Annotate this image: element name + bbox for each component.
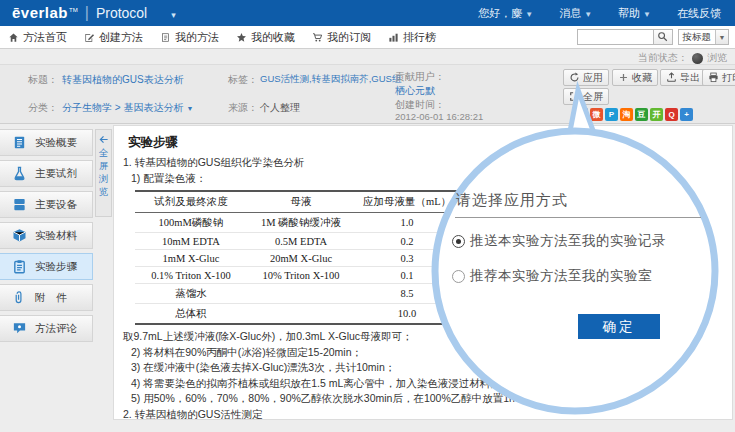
protocol-title-link[interactable]: 转基因植物的GUS表达分析 (62, 73, 184, 87)
sidebar-item-label: 附 件 (35, 291, 67, 305)
apply-button[interactable]: 应用 (563, 69, 609, 86)
print-button[interactable]: 打印 (702, 69, 735, 86)
steps-detail-lines: 取9.7mL上述缓冲液(除X-Gluc外)，加0.3mL X-Gluc母液即可；… (120, 329, 722, 420)
tags-label: 标签： (228, 73, 258, 87)
table-cell: 100mM磷酸钠 (135, 213, 247, 233)
fullscreen-button-label: 全屏 (583, 90, 603, 104)
apply-option-label: 推荐本实验方法至我的实验室 (470, 267, 652, 285)
main-navbar: 方法首页创建方法我的方法我的收藏我的订阅排行榜 按标题 ▼ (0, 26, 735, 49)
chevron-down-icon: ▼ (525, 10, 533, 19)
category-chevron-icon[interactable]: ▼ (186, 105, 193, 112)
table-cell: 1mM X-Gluc (135, 250, 247, 267)
apply-option-radio-selected[interactable] (452, 235, 465, 248)
favorite-button-label: 收藏 (632, 71, 652, 85)
export-button-label: 导出 (680, 71, 700, 85)
export-icon (666, 72, 677, 83)
table-cell: 20mM X-Gluc (247, 250, 355, 267)
search-filter-select[interactable]: 按标题 ▼ (678, 29, 730, 45)
filter-dropdown-arrow[interactable]: ▼ (715, 30, 728, 44)
category-breadcrumb[interactable]: 分子生物学 > 基因表达分析▼ (62, 101, 193, 115)
nav-item-my-methods[interactable]: 我的方法 (160, 30, 219, 45)
favorite-button[interactable]: 收藏 (612, 69, 658, 86)
content-heading: 实验步骤 (128, 134, 722, 151)
nav-item-home[interactable]: 方法首页 (8, 30, 67, 45)
search-filter-label: 按标题 (679, 31, 716, 44)
table-body: 100mM磷酸钠1M 磷酸钠缓冲液1.010mM EDTA0.5M EDTA0.… (135, 213, 459, 325)
apply-option-2[interactable]: 推荐本实验方法至我的实验室 (452, 267, 652, 285)
comment-icon (12, 321, 27, 336)
share-tencent-icon[interactable]: P (605, 108, 618, 121)
step-line: 3) 在缓冲液中(染色液去掉X-Gluc)漂洗3次，共计10min； (131, 360, 722, 376)
mydoc-icon (160, 32, 171, 43)
table-row: 100mM磷酸钠1M 磷酸钠缓冲液1.0 (135, 213, 459, 233)
app-window: ēverlabTM | Protocol ▾ 您好，麋▼消息▼帮助▼在线反馈 方… (0, 0, 735, 432)
table-row: 10mM EDTA0.5M EDTA0.2 (135, 233, 459, 250)
fullscreen-strip-char: 全 (99, 147, 109, 158)
sidebar-item-comments[interactable]: 方法评论 (0, 315, 93, 342)
search-icon (657, 28, 668, 46)
sidebar-item-materials[interactable]: 实验材料 (0, 222, 93, 249)
export-button[interactable]: 导出 (660, 69, 706, 86)
share-taobao-icon[interactable]: 淘 (620, 108, 633, 121)
category-path: 分子生物学 > 基因表达分析 (62, 102, 183, 113)
sidebar-item-steps[interactable]: 实验步骤 (0, 253, 93, 280)
nav-items: 方法首页创建方法我的方法我的收藏我的订阅排行榜 (8, 26, 436, 48)
status-label: 当前状态： (638, 51, 688, 65)
share-icons-row: f微P淘豆开Q+ (575, 108, 693, 121)
fullscreen-browse-strip[interactable]: 全屏浏览 (95, 129, 112, 217)
topbar-menu-help[interactable]: 帮助▼ (618, 6, 651, 21)
topbar-menu-messages[interactable]: 消息▼ (559, 6, 592, 21)
paperclip-icon (12, 290, 27, 305)
share-kaixin-icon[interactable]: 开 (650, 108, 663, 121)
table-cell: 0.2 (355, 233, 459, 250)
apply-icon (569, 72, 580, 83)
table-cell: 0.3 (355, 250, 459, 267)
share-weibo-icon[interactable]: 微 (590, 108, 603, 121)
fullscreen-button[interactable]: 全屏 (563, 88, 609, 105)
sidebar-item-reagents[interactable]: 主要试剂 (0, 160, 93, 187)
chevron-down-icon[interactable]: ▾ (171, 10, 176, 20)
table-cell: 总体积 (135, 304, 247, 325)
share-qzone-icon[interactable]: Q (665, 108, 678, 121)
search-input[interactable] (577, 29, 654, 45)
create-icon (84, 32, 95, 43)
share-douban-icon[interactable]: 豆 (635, 108, 648, 121)
section-sidebar: 实验概要主要试剂主要设备实验材料实验步骤附 件方法评论 (0, 129, 93, 346)
sidebar-item-attachments[interactable]: 附 件 (0, 284, 93, 311)
apply-option-1[interactable]: 推送本实验方法至我的实验记录 (452, 232, 666, 250)
brand-name: ēverlab (12, 4, 68, 21)
nav-item-ranking[interactable]: 排行榜 (388, 30, 436, 45)
step-line: 5) 用50%，60%，70%，80%，90%乙醇依次脱水30min后，在100… (131, 391, 722, 407)
topbar-menu-label: 在线反馈 (677, 7, 721, 19)
step-line: 1) 配置染色液： (131, 171, 722, 187)
table-header-cell: 试剂及最终浓度 (135, 191, 247, 213)
title-label: 标题： (28, 73, 58, 87)
nav-item-create[interactable]: 创建方法 (84, 30, 143, 45)
nav-item-label: 我的收藏 (251, 30, 295, 45)
fullscreen-strip-char: 浏 (99, 173, 109, 184)
source-value: 个人整理 (260, 101, 300, 115)
category-label: 分类： (28, 101, 58, 115)
sidebar-item-summary[interactable]: 实验概要 (0, 129, 93, 156)
share-more-icon[interactable]: + (680, 108, 693, 121)
search-button[interactable] (654, 29, 673, 45)
nav-item-favorites[interactable]: 我的收藏 (236, 30, 295, 45)
topbar-menu-feedback[interactable]: 在线反馈 (677, 6, 721, 21)
confirm-button[interactable]: 确定 (578, 314, 660, 339)
tags-links[interactable]: GUS活性测,转基因拟南芥,GUS组织化.. (260, 73, 402, 86)
share-renren-icon[interactable]: f (575, 108, 588, 121)
nav-item-label: 我的方法 (175, 30, 219, 45)
table-cell: 10mM EDTA (135, 233, 247, 250)
step-line: 1. 转基因植物的GUS组织化学染色分析 (123, 155, 722, 171)
steps-intro-lines: 1. 转基因植物的GUS组织化学染色分析1) 配置染色液： (120, 155, 722, 186)
sidebar-item-equipment[interactable]: 主要设备 (0, 191, 93, 218)
status-value: 浏览 (707, 51, 727, 65)
staining-solution-table: 试剂及最终浓度母液应加母液量（mL） 100mM磷酸钠1M 磷酸钠缓冲液1.01… (135, 190, 459, 325)
brand-logo[interactable]: ēverlabTM | Protocol ▾ (0, 4, 176, 22)
contributor-link[interactable]: 栖心元默 (395, 84, 435, 98)
nav-item-subscriptions[interactable]: 我的订阅 (312, 30, 371, 45)
trademark: TM (69, 7, 78, 13)
apply-option-radio[interactable] (452, 270, 465, 283)
topbar-menu-user[interactable]: 您好，麋▼ (478, 6, 533, 21)
contributor-label: 贡献用户： (395, 70, 445, 84)
